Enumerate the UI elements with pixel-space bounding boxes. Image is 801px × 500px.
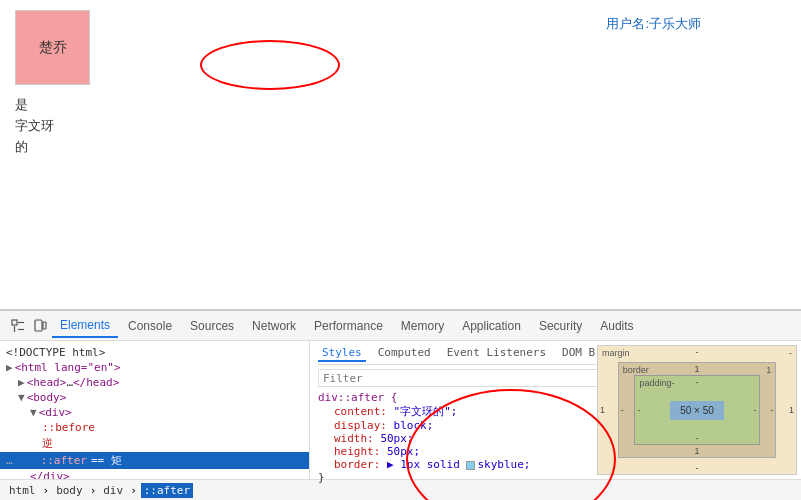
box-margin-label: margin: [602, 348, 630, 358]
tab-elements[interactable]: Elements: [52, 314, 118, 338]
browser-content: 楚乔 是 字文玡 的 用户名:子乐大师: [0, 0, 801, 310]
tab-console[interactable]: Console: [120, 315, 180, 337]
breadcrumb-body[interactable]: body: [53, 483, 86, 498]
styles-tab-event[interactable]: Event Listeners: [443, 345, 550, 362]
svg-rect-5: [43, 322, 46, 329]
box-padding-left: -: [637, 405, 640, 415]
dom-line-head[interactable]: ▶<head>…</head>: [0, 375, 309, 390]
dom-line-html[interactable]: ▶<html lang="en">: [0, 360, 309, 375]
devtools-panel: Elements Console Sources Network Perform…: [0, 310, 801, 500]
page-text: 是 字文玡 的: [15, 95, 54, 157]
dom-line-div[interactable]: ▼<div>: [0, 405, 309, 420]
box-margin-top: -: [696, 347, 699, 357]
tab-sources[interactable]: Sources: [182, 315, 242, 337]
box-border-label: border: [623, 365, 649, 375]
svg-rect-0: [12, 320, 17, 325]
box-padding: padding- - - - - 50 × 50: [634, 375, 759, 446]
box-margin-dash: -: [789, 348, 792, 358]
breadcrumb-div[interactable]: div: [100, 483, 126, 498]
box-padding-bottom: -: [695, 433, 698, 443]
username-label: 用户名:子乐大师: [606, 15, 701, 33]
color-swatch: [466, 461, 475, 470]
styles-tab-computed[interactable]: Computed: [374, 345, 435, 362]
box-border-left: -: [621, 405, 624, 415]
breadcrumb-html[interactable]: html: [6, 483, 39, 498]
tab-security[interactable]: Security: [531, 315, 590, 337]
box-border-top: 1: [694, 364, 699, 374]
breadcrumb-after[interactable]: ::after: [141, 483, 193, 498]
svg-rect-4: [35, 320, 42, 331]
styles-tab-styles[interactable]: Styles: [318, 345, 366, 362]
box-content: 50 × 50: [670, 401, 724, 420]
devtools-toolbar: Elements Console Sources Network Perform…: [0, 311, 801, 341]
dom-panel: <!DOCTYPE html> ▶<html lang="en"> ▶<head…: [0, 341, 310, 479]
tab-audits[interactable]: Audits: [592, 315, 641, 337]
dom-line-body[interactable]: ▼<body>: [0, 390, 309, 405]
page-text-line1: 是: [15, 95, 54, 116]
annotation-circle-1: [200, 40, 340, 90]
breadcrumb-sep1: ›: [43, 484, 50, 497]
tab-application[interactable]: Application: [454, 315, 529, 337]
dom-line-text[interactable]: 逆: [0, 435, 309, 452]
box-padding-label: padding-: [639, 378, 674, 388]
box-margin: margin - - 1 1 - border 1 1 - - 1 paddin: [597, 345, 797, 475]
box-border: border 1 1 - - 1 padding- - - - - 50 × 5…: [618, 362, 776, 458]
box-border-right: -: [770, 405, 773, 415]
dom-line-after[interactable]: …::after== 矩: [0, 452, 309, 469]
name-box-text: 楚乔: [39, 39, 67, 57]
inspect-icon-btn[interactable]: [8, 316, 28, 336]
dom-line-doctype[interactable]: <!DOCTYPE html>: [0, 345, 309, 360]
box-model: margin - - 1 1 - border 1 1 - - 1 paddin: [597, 345, 797, 475]
devtools-main: <!DOCTYPE html> ▶<html lang="en"> ▶<head…: [0, 341, 801, 479]
box-margin-right: 1: [789, 405, 794, 415]
page-text-line2: 字文玡: [15, 116, 54, 137]
dom-line-before[interactable]: ::before: [0, 420, 309, 435]
box-margin-left: 1: [600, 405, 605, 415]
styles-panel: Styles Computed Event Listeners DOM Brea…: [310, 341, 801, 479]
box-padding-right: -: [754, 405, 757, 415]
name-box: 楚乔: [15, 10, 90, 85]
breadcrumb-sep3: ›: [130, 484, 137, 497]
page-text-line3: 的: [15, 137, 54, 158]
tab-network[interactable]: Network: [244, 315, 304, 337]
box-border-value: 1: [766, 365, 771, 375]
box-padding-top: -: [695, 377, 698, 387]
box-margin-bottom: -: [696, 463, 699, 473]
dom-line-close-div[interactable]: </div>: [0, 469, 309, 479]
box-border-bottom: 1: [694, 446, 699, 456]
device-icon-btn[interactable]: [30, 316, 50, 336]
tab-memory[interactable]: Memory: [393, 315, 452, 337]
breadcrumb-sep2: ›: [90, 484, 97, 497]
tab-performance[interactable]: Performance: [306, 315, 391, 337]
